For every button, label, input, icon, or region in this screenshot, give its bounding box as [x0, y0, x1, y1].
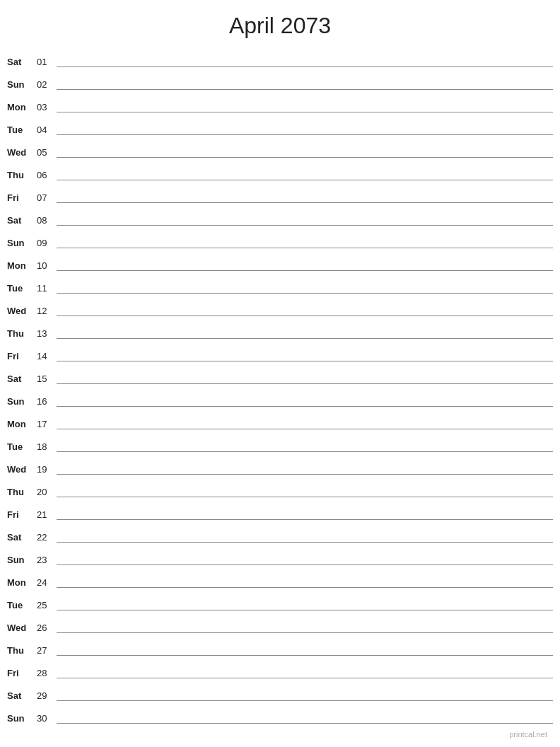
day-row: Wed26: [7, 613, 553, 636]
day-row: Sat08: [7, 206, 553, 228]
day-line: [57, 542, 553, 543]
day-number: 03: [37, 102, 57, 114]
day-number: 21: [37, 509, 57, 521]
day-number: 22: [37, 532, 57, 544]
day-line: [57, 700, 553, 701]
day-number: 02: [37, 79, 57, 91]
day-name: Wed: [7, 464, 37, 476]
day-line: [57, 610, 553, 610]
day-line: [57, 383, 553, 384]
day-name: Sat: [7, 215, 37, 227]
day-row: Fri21: [7, 500, 553, 523]
day-line: [57, 655, 553, 656]
day-row: Sun16: [7, 387, 553, 410]
day-name: Fri: [7, 509, 37, 521]
day-line: [57, 225, 553, 226]
day-number: 10: [37, 260, 57, 272]
day-row: Sat29: [7, 681, 553, 704]
day-number: 15: [37, 374, 57, 386]
day-number: 16: [37, 396, 57, 408]
calendar-rows: Sat01Sun02Mon03Tue04Wed05Thu06Fri07Sat08…: [0, 47, 560, 726]
day-number: 23: [37, 555, 57, 567]
day-row: Fri14: [7, 342, 553, 364]
day-number: 19: [37, 464, 57, 476]
day-row: Mon03: [7, 93, 553, 115]
day-line: [57, 587, 553, 588]
day-row: Thu20: [7, 477, 553, 500]
day-row: Mon24: [7, 568, 553, 591]
day-line: [57, 429, 553, 429]
day-row: Fri07: [7, 183, 553, 206]
day-row: Wed12: [7, 296, 553, 319]
day-number: 13: [37, 328, 57, 340]
day-name: Mon: [7, 419, 37, 431]
day-number: 05: [37, 147, 57, 159]
day-row: Tue04: [7, 115, 553, 138]
day-line: [57, 112, 553, 112]
day-name: Wed: [7, 622, 37, 635]
day-row: Sun02: [7, 70, 553, 93]
day-line: [57, 180, 553, 180]
day-name: Mon: [7, 260, 37, 272]
day-line: [57, 293, 553, 294]
day-line: [57, 723, 553, 724]
footer-text: printcal.net: [509, 730, 547, 739]
day-name: Tue: [7, 124, 37, 137]
day-number: 27: [37, 645, 57, 657]
day-line: [57, 315, 553, 316]
day-row: Thu27: [7, 636, 553, 659]
day-row: Sun09: [7, 228, 553, 251]
day-row: Tue18: [7, 432, 553, 455]
day-line: [57, 406, 553, 407]
day-line: [57, 564, 553, 565]
day-row: Mon10: [7, 251, 553, 274]
day-name: Thu: [7, 328, 37, 340]
day-line: [57, 497, 553, 497]
day-name: Wed: [7, 147, 37, 159]
day-row: Sat15: [7, 364, 553, 387]
day-number: 07: [37, 192, 57, 204]
day-row: Sat22: [7, 523, 553, 545]
day-name: Sat: [7, 374, 37, 386]
day-name: Fri: [7, 192, 37, 204]
day-line: [57, 338, 553, 339]
day-name: Thu: [7, 487, 37, 499]
day-number: 30: [37, 713, 57, 725]
day-row: Wed19: [7, 455, 553, 477]
day-line: [57, 519, 553, 520]
day-name: Sun: [7, 555, 37, 567]
day-name: Thu: [7, 645, 37, 657]
day-name: Sun: [7, 79, 37, 91]
day-number: 06: [37, 170, 57, 182]
day-number: 29: [37, 690, 57, 702]
day-row: Tue11: [7, 274, 553, 296]
day-line: [57, 248, 553, 248]
day-name: Mon: [7, 102, 37, 114]
day-line: [57, 89, 553, 90]
day-row: Tue25: [7, 591, 553, 613]
day-name: Sat: [7, 57, 37, 69]
day-number: 25: [37, 600, 57, 612]
day-name: Sun: [7, 396, 37, 408]
day-line: [57, 678, 553, 678]
day-number: 08: [37, 215, 57, 227]
day-number: 24: [37, 577, 57, 589]
day-number: 28: [37, 668, 57, 680]
day-line: [57, 361, 553, 361]
day-number: 14: [37, 351, 57, 363]
day-line: [57, 270, 553, 271]
day-name: Tue: [7, 441, 37, 453]
day-name: Thu: [7, 170, 37, 182]
day-line: [57, 202, 553, 203]
day-row: Fri28: [7, 659, 553, 681]
day-row: Thu06: [7, 161, 553, 183]
day-name: Sat: [7, 532, 37, 544]
day-row: Wed05: [7, 138, 553, 161]
day-name: Tue: [7, 600, 37, 612]
day-line: [57, 134, 553, 135]
day-number: 09: [37, 238, 57, 250]
day-number: 26: [37, 622, 57, 635]
day-number: 12: [37, 306, 57, 318]
day-name: Sat: [7, 690, 37, 702]
day-name: Wed: [7, 306, 37, 318]
